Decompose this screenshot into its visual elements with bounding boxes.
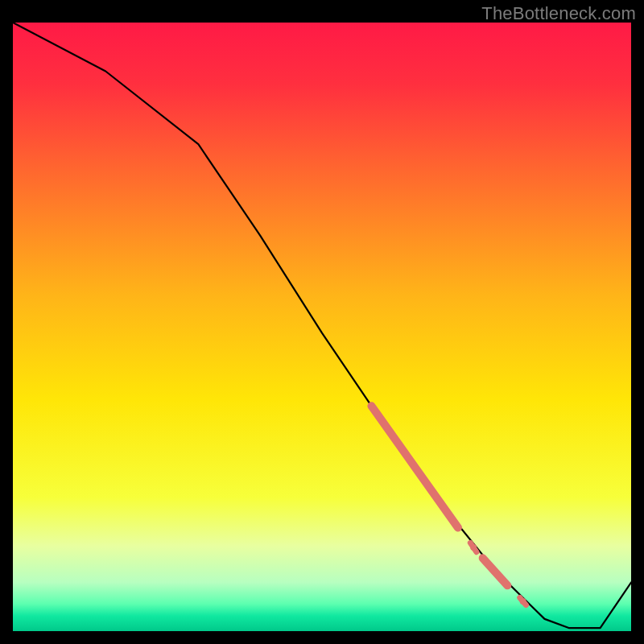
plot-area (13, 23, 631, 631)
svg-point-3 (470, 544, 477, 551)
svg-point-6 (520, 598, 526, 605)
chart-frame: TheBottleneck.com (0, 0, 644, 644)
svg-rect-0 (13, 23, 631, 631)
chart-svg (13, 23, 631, 631)
watermark-text: TheBottleneck.com (481, 3, 636, 24)
